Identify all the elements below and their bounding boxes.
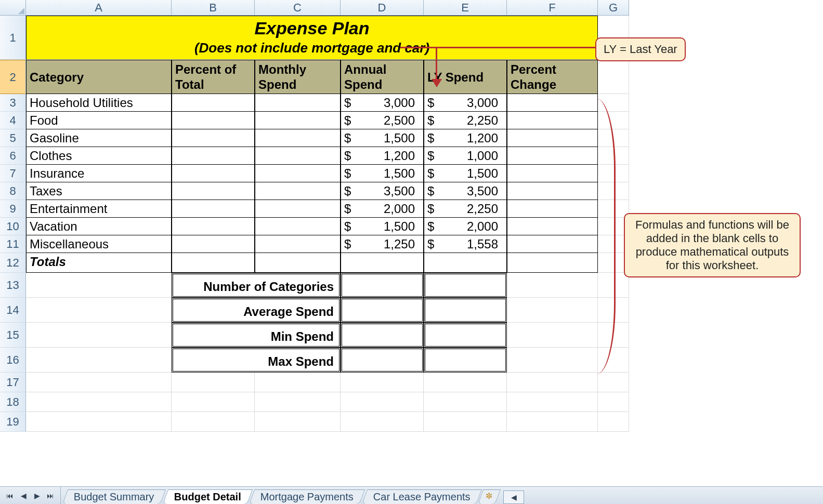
cell-E7[interactable]: $1,500 — [424, 165, 507, 182]
cell-C7[interactable] — [255, 165, 341, 182]
cell-C8[interactable] — [255, 182, 341, 200]
row-header-15[interactable]: 15 — [0, 323, 26, 348]
cell-F10[interactable] — [507, 218, 598, 235]
cell-A13[interactable] — [26, 273, 172, 298]
cell-E13[interactable] — [424, 273, 507, 298]
cell-B18[interactable] — [172, 392, 255, 412]
cell-A5[interactable]: Gasoline — [26, 129, 172, 147]
row-header-2[interactable]: 2 — [0, 60, 26, 94]
cell-A18[interactable] — [26, 392, 172, 412]
cell-E9[interactable]: $2,250 — [424, 200, 507, 218]
cell-A11[interactable]: Miscellaneous — [26, 235, 172, 253]
cell-C17[interactable] — [255, 373, 341, 392]
cell-B9[interactable] — [172, 200, 255, 218]
cell-A19[interactable] — [26, 412, 172, 432]
row-header-1[interactable]: 1 — [0, 16, 26, 60]
cell-D15[interactable] — [341, 323, 424, 348]
cell-D18[interactable] — [341, 392, 424, 412]
cell-F7[interactable] — [507, 165, 598, 182]
sheet-tab-mortgage-payments[interactable]: Mortgage Payments — [249, 489, 365, 504]
cell-B7[interactable] — [172, 165, 255, 182]
cell-E12[interactable] — [424, 253, 507, 273]
cell-D8[interactable]: $3,500 — [341, 182, 424, 200]
stat-label-14[interactable]: Average Spend — [172, 298, 341, 323]
cell-D4[interactable]: $2,500 — [341, 112, 424, 129]
cell-D12[interactable] — [341, 253, 424, 273]
cell-E8[interactable]: $3,500 — [424, 182, 507, 200]
cell-F6[interactable] — [507, 147, 598, 165]
cell-E11[interactable]: $1,558 — [424, 235, 507, 253]
horizontal-scroll-left[interactable]: ◀ — [503, 490, 524, 504]
sheet-tab-budget-summary[interactable]: Budget Summary — [62, 489, 166, 504]
row-header-13[interactable]: 13 — [0, 273, 26, 298]
cell-A14[interactable] — [26, 298, 172, 323]
cell-C4[interactable] — [255, 112, 341, 129]
cell-F18[interactable] — [507, 392, 598, 412]
cell-A17[interactable] — [26, 373, 172, 392]
cell-C18[interactable] — [255, 392, 341, 412]
cell-D5[interactable]: $1,500 — [341, 129, 424, 147]
cell-B17[interactable] — [172, 373, 255, 392]
cell-A3[interactable]: Household Utilities — [26, 94, 172, 112]
cell-E15[interactable] — [424, 323, 507, 348]
new-sheet-button[interactable] — [478, 489, 501, 504]
row-header-19[interactable]: 19 — [0, 412, 26, 432]
header-B[interactable]: Percent of Total — [172, 60, 255, 94]
cell-A12[interactable]: Totals — [26, 253, 172, 273]
cell-C10[interactable] — [255, 218, 341, 235]
cell-D3[interactable]: $3,000 — [341, 94, 424, 112]
row-header-14[interactable]: 14 — [0, 298, 26, 323]
cell-C3[interactable] — [255, 94, 341, 112]
cell-F5[interactable] — [507, 129, 598, 147]
cell-C9[interactable] — [255, 200, 341, 218]
cell-B4[interactable] — [172, 112, 255, 129]
cell-F12[interactable] — [507, 253, 598, 273]
col-header-B[interactable]: B — [172, 0, 255, 16]
cell-D13[interactable] — [341, 273, 424, 298]
cell-F8[interactable] — [507, 182, 598, 200]
row-header-7[interactable]: 7 — [0, 165, 26, 182]
col-header-A[interactable]: A — [26, 0, 172, 16]
row-header-17[interactable]: 17 — [0, 373, 26, 392]
cell-C12[interactable] — [255, 253, 341, 273]
cell-D11[interactable]: $1,250 — [341, 235, 424, 253]
cell-C19[interactable] — [255, 412, 341, 432]
col-header-E[interactable]: E — [424, 0, 507, 16]
cell-F13[interactable] — [507, 273, 598, 298]
cell-A8[interactable]: Taxes — [26, 182, 172, 200]
cell-B19[interactable] — [172, 412, 255, 432]
cell-A4[interactable]: Food — [26, 112, 172, 129]
cell-F14[interactable] — [507, 298, 598, 323]
cell-E6[interactable]: $1,000 — [424, 147, 507, 165]
cell-A6[interactable]: Clothes — [26, 147, 172, 165]
col-header-D[interactable]: D — [341, 0, 424, 16]
title-cell[interactable]: Expense Plan(Does not include mortgage a… — [26, 16, 598, 60]
cell-D19[interactable] — [341, 412, 424, 432]
cell-D14[interactable] — [341, 298, 424, 323]
row-header-6[interactable]: 6 — [0, 147, 26, 165]
header-C[interactable]: Monthly Spend — [255, 60, 341, 94]
stat-label-15[interactable]: Min Spend — [172, 323, 341, 348]
select-all-corner[interactable] — [0, 0, 26, 16]
stat-label-13[interactable]: Number of Categories — [172, 273, 341, 298]
stat-label-16[interactable]: Max Spend — [172, 348, 341, 373]
cell-D16[interactable] — [341, 348, 424, 373]
cell-A16[interactable] — [26, 348, 172, 373]
cell-E17[interactable] — [424, 373, 507, 392]
cell-D6[interactable]: $1,200 — [341, 147, 424, 165]
cell-F11[interactable] — [507, 235, 598, 253]
cell-D9[interactable]: $2,000 — [341, 200, 424, 218]
cell-D10[interactable]: $1,500 — [341, 218, 424, 235]
cell-E14[interactable] — [424, 298, 507, 323]
cell-A9[interactable]: Entertainment — [26, 200, 172, 218]
cell-F19[interactable] — [507, 412, 598, 432]
cell-G2[interactable] — [598, 60, 629, 94]
cell-E5[interactable]: $1,200 — [424, 129, 507, 147]
cell-E19[interactable] — [424, 412, 507, 432]
cell-A7[interactable]: Insurance — [26, 165, 172, 182]
cell-C11[interactable] — [255, 235, 341, 253]
header-F[interactable]: Percent Change — [507, 60, 598, 94]
col-header-C[interactable]: C — [255, 0, 341, 16]
cell-E18[interactable] — [424, 392, 507, 412]
row-header-8[interactable]: 8 — [0, 182, 26, 200]
